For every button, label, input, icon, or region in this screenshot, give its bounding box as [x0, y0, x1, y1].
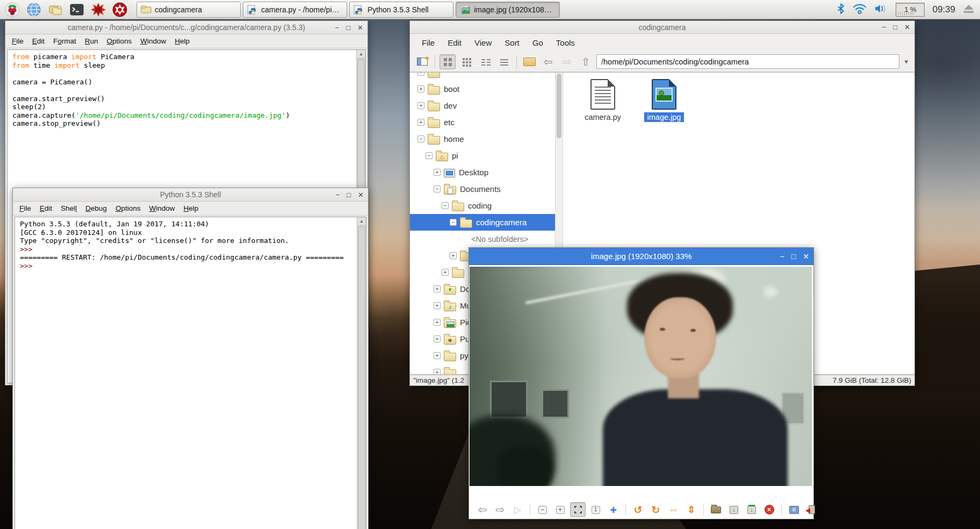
maximize-icon[interactable]: □ [346, 24, 350, 31]
tree-expander-icon[interactable]: + [434, 302, 441, 309]
menu-view[interactable]: View [468, 38, 498, 47]
back-button[interactable]: ⇦ [540, 54, 556, 69]
tree-expander-icon[interactable]: + [417, 85, 424, 92]
tree-row-dev[interactable]: +dev [410, 97, 555, 114]
tree-expander-icon[interactable]: − [442, 202, 449, 209]
web-browser-icon[interactable] [26, 2, 42, 18]
tree-expander-icon[interactable]: + [434, 169, 441, 176]
back-button[interactable] [474, 502, 490, 517]
shell-output-area[interactable]: Python 3.5.3 (default, Jan 19 2017, 14:1… [15, 217, 357, 529]
clock[interactable]: 09:39 [932, 4, 955, 15]
save-as-button[interactable] [744, 502, 759, 517]
scrollbar-thumb[interactable] [358, 226, 365, 529]
tree-expander-icon[interactable]: − [434, 185, 441, 192]
close-icon[interactable]: ✕ [358, 191, 364, 198]
minimize-icon[interactable]: − [335, 24, 340, 31]
fm-titlebar[interactable]: codingcamera − □ ✕ [410, 21, 914, 34]
tree-expander-icon[interactable]: − [417, 135, 424, 142]
taskbar-window-button[interactable]: camera.py - /home/pi… [243, 2, 347, 18]
menu-window[interactable]: Window [136, 37, 170, 45]
menu-edit[interactable]: Edit [28, 37, 49, 45]
shell-scrollbar[interactable]: ▲ [357, 217, 366, 529]
bluetooth-icon[interactable] [837, 3, 845, 17]
scrollbar-thumb[interactable] [557, 74, 561, 138]
preferences-button[interactable] [786, 502, 802, 517]
tree-row-Documents[interactable]: −Documents [410, 181, 555, 197]
close-icon[interactable]: ✕ [803, 253, 809, 260]
eject-icon[interactable] [963, 3, 975, 16]
tree-expander-icon[interactable]: + [417, 73, 424, 76]
tree-expander-icon[interactable]: + [417, 119, 424, 126]
menu-edit[interactable]: Edit [35, 204, 56, 212]
taskbar-window-button[interactable]: codingcamera [136, 2, 241, 18]
menu-file[interactable]: File [8, 37, 28, 45]
flip-vertical-button[interactable] [683, 502, 699, 517]
file-camera.py[interactable]: camera.py [575, 79, 631, 122]
zoom-out-button[interactable] [535, 502, 550, 517]
tree-expander-icon[interactable]: + [434, 285, 441, 292]
close-icon[interactable]: ✕ [904, 24, 910, 31]
menu-debug[interactable]: Debug [81, 204, 111, 212]
menu-shell[interactable]: Shell [56, 204, 81, 212]
tree-row-codingcamera[interactable]: −codingcamera [410, 214, 555, 231]
taskbar-window-button[interactable]: image.jpg (1920x108… [456, 2, 560, 18]
open-file-button[interactable] [708, 502, 724, 517]
fullscreen-button[interactable] [606, 502, 621, 517]
menu-file[interactable]: File [415, 38, 441, 47]
tree-expander-icon[interactable]: − [426, 152, 433, 159]
scrollbar-up-icon[interactable]: ▲ [357, 217, 366, 226]
save-button[interactable] [726, 502, 741, 517]
tree-row-home[interactable]: −home [410, 131, 555, 147]
file-image.jpg[interactable]: image.jpg [636, 79, 692, 122]
up-button[interactable]: ⇧ [578, 54, 594, 69]
menu-sort[interactable]: Sort [498, 38, 526, 47]
menu-format[interactable]: Format [49, 37, 81, 45]
flip-horizontal-button[interactable] [666, 502, 681, 517]
mathematica-icon[interactable] [90, 2, 106, 18]
raspberry-menu-icon[interactable] [4, 2, 20, 18]
maximize-icon[interactable]: □ [791, 253, 796, 260]
forward-button[interactable] [492, 502, 508, 517]
play-button[interactable] [510, 502, 525, 517]
menu-options[interactable]: Options [103, 37, 136, 45]
rotate-ccw-button[interactable] [630, 502, 646, 517]
new-tab-button[interactable] [414, 54, 430, 69]
maximize-icon[interactable]: □ [893, 24, 897, 31]
shell-titlebar[interactable]: Python 3.5.3 Shell − □ ✕ [13, 188, 368, 202]
view-compact-button[interactable] [477, 54, 493, 69]
menu-run[interactable]: Run [81, 37, 103, 45]
tree-row-folder[interactable]: + [410, 73, 555, 81]
menu-help[interactable]: Help [179, 204, 203, 212]
tree-expander-icon[interactable]: + [442, 269, 449, 276]
tree-expander-icon[interactable]: + [434, 369, 441, 374]
tree-expander-icon[interactable]: + [417, 102, 424, 109]
path-input[interactable] [596, 54, 899, 69]
cpu-monitor[interactable]: 1 % [896, 3, 925, 17]
forward-button[interactable]: ⇨ [559, 54, 575, 69]
scrollbar-up-icon[interactable]: ▲ [357, 50, 365, 59]
view-icons-button[interactable] [439, 54, 456, 69]
path-dropdown-icon[interactable]: ▾ [902, 58, 910, 66]
rotate-cw-button[interactable] [648, 502, 664, 517]
home-button[interactable] [521, 54, 537, 69]
maximize-icon[interactable]: □ [347, 191, 351, 198]
menu-window[interactable]: Window [145, 204, 179, 212]
minimize-icon[interactable]: − [780, 253, 784, 260]
tree-expander-icon[interactable]: − [450, 219, 457, 226]
menu-file[interactable]: File [15, 204, 35, 212]
quit-button[interactable] [804, 502, 819, 517]
minimize-icon[interactable]: − [882, 24, 887, 31]
volume-icon[interactable] [874, 3, 888, 16]
file-manager-icon[interactable] [47, 2, 63, 18]
view-detailed-button[interactable] [496, 54, 512, 69]
tree-expander-icon[interactable]: + [434, 352, 441, 359]
close-icon[interactable]: ✕ [357, 24, 363, 31]
wolfram-icon[interactable] [112, 2, 128, 18]
delete-button[interactable] [761, 502, 777, 517]
zoom-fit-button[interactable] [570, 502, 586, 517]
tree-row-pi[interactable]: −pi [410, 147, 555, 164]
view-thumbnails-button[interactable] [458, 54, 474, 69]
menu-edit[interactable]: Edit [441, 38, 468, 47]
tree-expander-icon[interactable]: + [434, 335, 441, 342]
menu-tools[interactable]: Tools [550, 38, 581, 47]
